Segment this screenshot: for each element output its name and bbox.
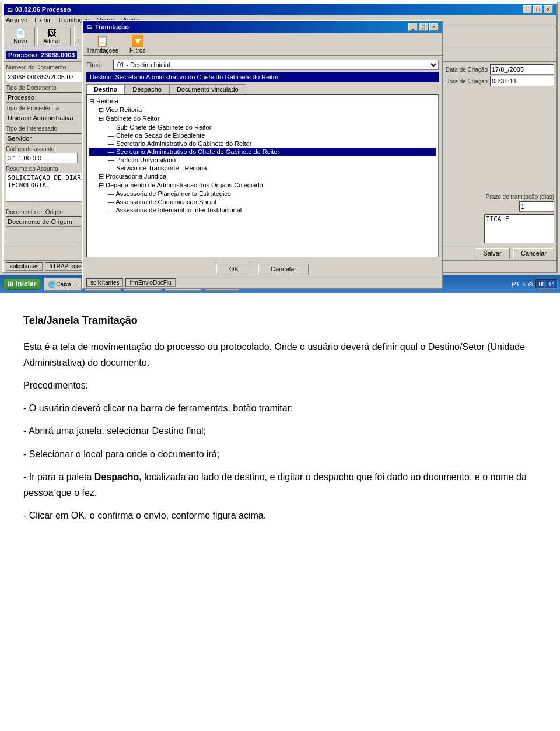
salvar-button[interactable]: Salvar (475, 248, 510, 258)
start-icon: ⊞ (8, 280, 13, 288)
tree-item-sub-chefe[interactable]: — Sub-Chefe de Gabinete do Reitor (89, 123, 436, 131)
text-procedimentos: Procedimentos: (23, 377, 537, 393)
tree-item-reitoria[interactable]: ⊟ Reitoria (89, 97, 436, 106)
tramitacao-modal: 🗂 Tramitação _ □ × 📋 Tramitações 🔽 Filtr… (82, 20, 443, 289)
prazo-input[interactable] (519, 201, 554, 212)
tree-expand-vice-reitoria: ⊞ (99, 106, 106, 113)
modal-title-bar: 🗂 Tramitação _ □ × (83, 21, 442, 33)
menu-arquivo[interactable]: Arquivo (6, 16, 27, 23)
tipo-int-input[interactable] (6, 133, 88, 144)
resumo-right-input[interactable]: TICA E (484, 214, 554, 243)
modal-status-2: frmEnvioDocFlu (125, 278, 175, 287)
modal-ok-btn[interactable]: OK (216, 264, 251, 274)
modal-tramitacoes-icon: 📋 (96, 34, 108, 47)
fluxo-select[interactable]: 01 - Destino Inicial (113, 60, 439, 70)
minimize-button[interactable]: _ (523, 5, 532, 13)
taskbar-tray: PT « ⊙ 08:44 (512, 279, 558, 289)
tree-item-assessoria-int[interactable]: — Assessoria de Intercambio Inter Instit… (89, 206, 436, 214)
modal-tramitacoes-label: Tramitações (86, 47, 118, 54)
tree-item-vice-reitoria[interactable]: ⊞ Vice Reitoria (89, 106, 436, 114)
tree-dash-assessoria-int: — (108, 207, 116, 214)
tree-label-depto-adm: Departamento de Administracao dos Orgaos… (106, 181, 263, 188)
tipo-proc-input[interactable] (6, 113, 88, 123)
tree-item-chefe-secao[interactable]: — Chefe da Secao de Expediente (89, 131, 436, 139)
tree-item-procuradoria[interactable]: ⊞ Procuradoria Juridica (89, 172, 436, 181)
modal-cancel-btn[interactable]: Cancelar (258, 264, 309, 274)
modal-toolbar: 📋 Tramitações 🔽 Filtros (83, 33, 442, 56)
tree-item-assessoria-com[interactable]: — Assessoria de Comunicacao Social (89, 198, 436, 206)
tree-expand-procuradoria: ⊞ (99, 173, 106, 180)
novo-icon: 📄 (15, 29, 26, 38)
cancelar-button[interactable]: Cancelar (513, 248, 554, 258)
alterar-icon: 🖼 (47, 29, 57, 38)
start-button[interactable]: ⊞ Iniciar (2, 278, 41, 290)
tree-item-sec-adm-gab[interactable]: — Secretario Administrativo do Gabinete … (89, 139, 436, 148)
modal-close-btn[interactable]: × (429, 23, 439, 31)
data-criacao-input[interactable] (490, 64, 554, 75)
modal-maximize-btn[interactable]: □ (419, 23, 428, 31)
taskbar-caixa-label: Caixa ... (56, 281, 78, 288)
tree-item-depto-adm[interactable]: ⊞ Departamento de Administracao dos Orga… (89, 181, 436, 190)
modal-tab-despacho[interactable]: Despacho (125, 84, 169, 94)
tree-dash-assessoria-plan: — (108, 190, 116, 197)
modal-title-text: Tramitação (95, 23, 129, 30)
title-bar-controls: _ □ × (523, 5, 553, 13)
fluxo-row: Fluxo 01 - Destino Inicial (86, 60, 439, 70)
tree-label-vice-reitoria: Vice Reitoria (106, 106, 142, 113)
tree-label-assessoria-plan: Assessoria de Planejamento Estrategico (116, 190, 231, 197)
main-window-title: 03.02.06 Processo (15, 6, 71, 13)
text-bullet4: - Ir para a paleta Despacho, localizada … (23, 469, 537, 501)
modal-filtros-btn[interactable]: 🔽 Filtros (123, 34, 152, 54)
tree-label-gabinete: Gabinete do Reitor (106, 115, 159, 122)
modal-tramitacoes-btn[interactable]: 📋 Tramitações (86, 34, 118, 54)
tree-expand-depto-adm: ⊞ (99, 181, 106, 188)
toolbar-novo-btn[interactable]: 📄 Novo (6, 27, 35, 46)
data-criacao-label: Data de Criação (446, 67, 488, 73)
text-bullet3: - Selecionar o local para onde o documen… (23, 446, 537, 462)
tree-item-prefeito[interactable]: — Prefeito Universitario (89, 156, 436, 164)
process-label: Processo: 23068.0003 (6, 51, 77, 59)
fluxo-label: Fluxo (86, 61, 110, 68)
destino-label: Destino: Secretario Administrativo do Ch… (86, 72, 439, 82)
close-button[interactable]: × (544, 5, 553, 13)
taskbar-clock: 08:44 (536, 279, 558, 289)
modal-filtros-label: Filtros (130, 47, 145, 54)
tree-item-assessoria-plan[interactable]: — Assessoria de Planejamento Estrategico (89, 190, 436, 198)
text-bullet1: - O usuário deverá clicar na barra de fe… (23, 400, 537, 416)
tree-area[interactable]: ⊟ Reitoria ⊞ Vice Reitoria ⊟ Gabinete do… (86, 94, 439, 257)
status-item-1: solicitantes (6, 262, 43, 271)
taskbar-caixa-icon: 🌐 (48, 281, 55, 288)
tree-dash-prefeito: — (108, 156, 116, 163)
tree-item-transporte[interactable]: — Servico de Transporte - Reitoria (89, 164, 436, 172)
modal-tabs: Destino Despacho Documento vinculado (86, 84, 439, 94)
text-area: Tela/Janela Tramitação Esta é a tela de … (0, 293, 560, 549)
text-bullet2: - Abrirá uma janela, selecionar Destino … (23, 423, 537, 439)
taskbar-item-caixa[interactable]: 🌐 Caixa ... (44, 278, 82, 291)
screenshot-area: 🗂 03.02.06 Processo _ □ × Arquivo Exibir… (0, 2, 560, 293)
tree-dash-assessoria-com: — (108, 198, 116, 205)
prazo-label: Prazo de tramitação (dias) (486, 194, 554, 200)
tree-dash-sec-adm-gab: — (108, 140, 116, 147)
modal-minimize-btn[interactable]: _ (408, 23, 418, 31)
modal-filtros-icon: 🔽 (131, 34, 144, 47)
tree-expand-reitoria: ⊟ (89, 97, 96, 104)
menu-exibir[interactable]: Exibir (34, 16, 51, 23)
toolbar-alterar-btn[interactable]: 🖼 Alterar (37, 27, 66, 46)
modal-tab-doc-vinculado[interactable]: Documento vinculado (169, 84, 246, 94)
tree-dash-sub-chefe: — (108, 124, 116, 131)
tree-label-sec-adm-chefe: Secretario Administrativo do Chefe do Ga… (116, 148, 279, 155)
modal-footer: OK Cancelar (83, 261, 442, 277)
tree-item-gabinete[interactable]: ⊟ Gabinete do Reitor (89, 114, 436, 123)
tree-label-assessoria-int: Assessoria de Intercambio Inter Instituc… (116, 207, 242, 214)
tree-label-procuradoria: Procuradoria Juridica (106, 173, 166, 180)
maximize-button[interactable]: □ (533, 5, 542, 13)
tree-dash-transporte: — (108, 165, 116, 172)
cod-assunto-input[interactable] (6, 153, 78, 163)
main-title-bar: 🗂 03.02.06 Processo _ □ × (4, 4, 556, 15)
tree-item-sec-adm-chefe[interactable]: — Secretario Administrativo do Chefe do … (89, 148, 436, 156)
tray-icons: « (522, 281, 526, 288)
tree-label-reitoria: Reitoria (96, 97, 118, 104)
modal-tab-destino[interactable]: Destino (86, 84, 125, 94)
text-bullet5: - Clicar em OK, e confirma o envio, conf… (23, 508, 537, 523)
hora-criacao-input[interactable] (490, 76, 554, 86)
